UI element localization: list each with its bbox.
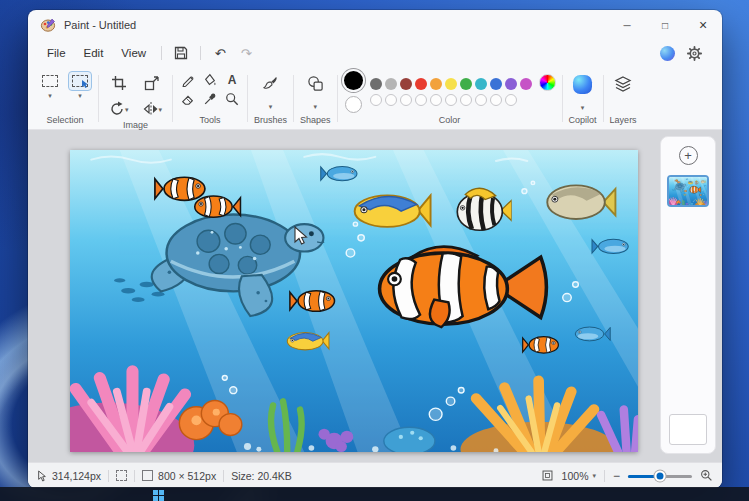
- selection-size-icon: [116, 470, 127, 481]
- custom-color-slot[interactable]: [370, 94, 382, 106]
- ribbon-divider: [247, 75, 248, 122]
- chevron-down-icon[interactable]: ▾: [48, 92, 52, 99]
- color-swatch[interactable]: [415, 78, 427, 90]
- flip-button[interactable]: ▾: [139, 97, 167, 121]
- edit-colors-button[interactable]: [539, 74, 556, 91]
- ribbon-section-layers: Layers: [606, 68, 641, 129]
- custom-color-slot[interactable]: [490, 94, 502, 106]
- layer-thumbnail-active[interactable]: [667, 175, 709, 207]
- shapes-icon: [307, 75, 324, 92]
- rectangle-select-button[interactable]: [38, 71, 62, 91]
- rectangle-select-icon: [42, 75, 58, 87]
- ribbon-divider: [337, 75, 338, 122]
- canvas[interactable]: [70, 150, 638, 452]
- zoom-out-button[interactable]: −: [613, 470, 620, 482]
- zoom-in-button[interactable]: [700, 469, 713, 482]
- canvas-size-group: 800 × 512px: [142, 470, 216, 482]
- menubar-separator: [161, 46, 162, 60]
- eraser-button[interactable]: [177, 88, 199, 110]
- windows-start-button[interactable]: [153, 489, 164, 500]
- ribbon-section-copilot: ▾ Copilot: [565, 68, 601, 129]
- menubar: File Edit View ↶ ↷: [28, 40, 722, 66]
- magnifier-icon: [225, 92, 239, 106]
- custom-color-slot[interactable]: [475, 94, 487, 106]
- window-title: Paint - Untitled: [64, 19, 136, 31]
- rotate-button[interactable]: ▾: [105, 97, 133, 121]
- zoom-level-value: 100%: [562, 470, 589, 482]
- ribbon-section-image: ▾ ▾ Image: [101, 68, 170, 129]
- color-swatch[interactable]: [445, 78, 457, 90]
- ribbon-section-brushes: ▾ Brushes: [250, 68, 291, 129]
- color-swatch[interactable]: [370, 78, 382, 90]
- custom-color-slot[interactable]: [445, 94, 457, 106]
- settings-gear-icon[interactable]: [687, 46, 702, 61]
- chevron-down-icon[interactable]: ▾: [581, 104, 585, 111]
- color-swatch[interactable]: [505, 78, 517, 90]
- color-swatch[interactable]: [475, 78, 487, 90]
- menu-view[interactable]: View: [112, 44, 155, 62]
- custom-color-slot[interactable]: [385, 94, 397, 106]
- color-picker-button[interactable]: [199, 88, 221, 110]
- custom-color-slot[interactable]: [400, 94, 412, 106]
- chevron-down-icon[interactable]: ▾: [78, 92, 82, 99]
- layers-icon: [614, 75, 632, 93]
- menu-file[interactable]: File: [38, 44, 75, 62]
- cursor-position-group: 314,124px: [37, 470, 101, 482]
- canvas-size-icon: [142, 470, 153, 481]
- custom-color-slot[interactable]: [415, 94, 427, 106]
- zoom-level-dropdown[interactable]: 100% ▾: [562, 470, 596, 482]
- copilot-button[interactable]: [569, 71, 596, 98]
- text-tool-icon: A: [228, 73, 237, 87]
- titlebar[interactable]: Paint - Untitled ─ □ ×: [28, 10, 722, 40]
- chevron-down-icon[interactable]: ▾: [269, 103, 273, 110]
- custom-color-slot[interactable]: [460, 94, 472, 106]
- undo-button[interactable]: ↶: [207, 42, 233, 64]
- account-icon[interactable]: [660, 46, 675, 61]
- free-select-icon: [72, 75, 88, 87]
- fit-to-screen-icon[interactable]: [541, 469, 554, 482]
- menubar-separator-2: [200, 46, 201, 60]
- color-swatch[interactable]: [385, 78, 397, 90]
- ribbon-divider: [172, 75, 173, 122]
- color-swatch[interactable]: [400, 78, 412, 90]
- ribbon-divider: [293, 75, 294, 122]
- palette-row-custom: [370, 94, 532, 106]
- ribbon-divider: [562, 75, 563, 122]
- background-layer-thumbnail[interactable]: [669, 414, 707, 445]
- pencil-icon: [181, 73, 195, 87]
- chevron-down-icon: ▾: [125, 106, 129, 113]
- brush-icon: [262, 75, 279, 92]
- workspace: +: [28, 130, 722, 462]
- minimize-button[interactable]: ─: [608, 10, 646, 40]
- save-button[interactable]: [168, 42, 194, 64]
- maximize-button[interactable]: □: [646, 10, 684, 40]
- background-color-swatch[interactable]: [345, 96, 362, 113]
- free-select-button[interactable]: [68, 71, 92, 91]
- chevron-down-icon[interactable]: ▾: [314, 103, 318, 110]
- foreground-color-swatch[interactable]: [344, 71, 363, 90]
- menubar-right: [660, 46, 712, 61]
- custom-color-slot[interactable]: [505, 94, 517, 106]
- custom-color-slot[interactable]: [430, 94, 442, 106]
- chevron-down-icon: ▾: [592, 472, 596, 479]
- statusbar-separator: [223, 470, 224, 482]
- add-layer-button[interactable]: +: [679, 146, 698, 165]
- layers-button[interactable]: [610, 71, 636, 97]
- shapes-button[interactable]: [303, 71, 328, 96]
- crop-button[interactable]: [105, 71, 133, 95]
- zoom-slider[interactable]: [628, 470, 692, 482]
- menu-edit[interactable]: Edit: [75, 44, 113, 62]
- color-swatch[interactable]: [490, 78, 502, 90]
- cursor-position-icon: [37, 470, 47, 482]
- zoom-slider-thumb[interactable]: [655, 470, 666, 481]
- redo-button[interactable]: ↷: [233, 42, 259, 64]
- color-swatch[interactable]: [520, 78, 532, 90]
- color-swatch[interactable]: [430, 78, 442, 90]
- resize-button[interactable]: [139, 71, 167, 95]
- color-swatch[interactable]: [460, 78, 472, 90]
- brushes-button[interactable]: [258, 71, 283, 96]
- close-button[interactable]: ×: [684, 10, 722, 40]
- selection-size-group: [116, 470, 127, 481]
- paint-window: Paint - Untitled ─ □ × File Edit View ↶: [28, 10, 722, 488]
- magnifier-button[interactable]: [221, 88, 243, 110]
